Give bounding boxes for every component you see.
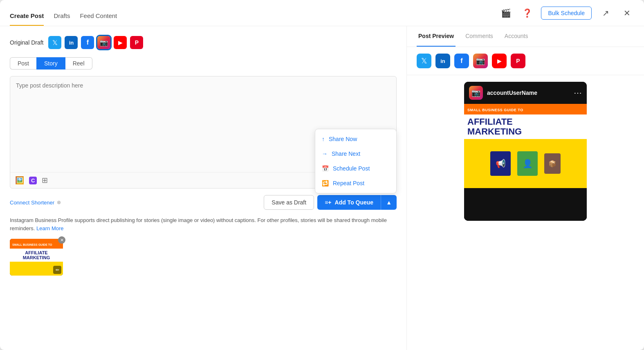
repeat-post-label: Repeat Post [333, 180, 364, 186]
preview-card-header: 📷 accountUserName ⋯ [464, 82, 587, 104]
left-panel: Original Draft 𝕏 in f 📷 ▶ P Post Story R… [0, 26, 407, 350]
add-to-queue-button[interactable]: ≡+ Add To Queue [317, 195, 381, 210]
tab-create-post[interactable]: Create Post [10, 12, 44, 26]
learn-more-link[interactable]: Learn More [36, 225, 63, 231]
social-icon-pinterest[interactable]: P [130, 36, 143, 49]
social-icon-linkedin[interactable]: in [65, 36, 78, 49]
external-link-icon-btn[interactable]: ↗ [598, 6, 613, 20]
preview-img-top-text: SMALL BUSINESS GUIDE TO [467, 108, 523, 112]
preview-image: SMALL BUSINESS GUIDE TO AFFILIATE MARKET… [464, 104, 587, 221]
repeat-post-icon: 🔁 [322, 180, 329, 186]
preview-username: accountUserName [487, 90, 537, 96]
right-social-icon-youtube[interactable]: ▶ [492, 54, 507, 68]
post-type-reel-btn[interactable]: Reel [65, 57, 92, 70]
preview-more-icon[interactable]: ⋯ [574, 88, 582, 98]
share-now-item[interactable]: ↑ Share Now [315, 132, 396, 146]
preview-img-bottom: 📢 👤 📦 [464, 139, 587, 188]
preview-black-bottom [464, 188, 587, 221]
tab-accounts[interactable]: Accounts [503, 26, 530, 47]
tab-post-preview[interactable]: Post Preview [417, 26, 456, 47]
schedule-post-icon: 📅 [322, 165, 329, 172]
right-social-icon-instagram[interactable]: 📷 [473, 54, 488, 68]
bulk-schedule-button[interactable]: Bulk Schedule [541, 7, 592, 20]
social-icon-twitter[interactable]: 𝕏 [48, 36, 61, 49]
video-icon-btn[interactable]: 🎬 [498, 6, 513, 20]
right-social-row: 𝕏 in f 📷 ▶ P [407, 47, 644, 75]
right-social-icon-facebook[interactable]: f [454, 54, 469, 68]
remove-image-btn[interactable]: ✕ [58, 236, 65, 244]
image-upload-icon[interactable]: 🖼️ [15, 176, 24, 185]
header-tabs: Create Post Drafts Feed Content [10, 0, 117, 26]
img-main-text: AFFILIATE MARKETING [10, 249, 63, 262]
right-social-icon-linkedin[interactable]: in [435, 54, 450, 68]
action-buttons: Save as Draft ≡+ Add To Queue ▲ ↑ Share … [264, 195, 397, 210]
right-social-icon-pinterest[interactable]: P [511, 54, 525, 68]
queue-dropdown-menu: ↑ Share Now → Share Next 📅 Schedule Post [315, 129, 397, 193]
connect-shortener[interactable]: Connect Shortener ⊗ [10, 200, 61, 206]
post-type-story-btn[interactable]: Story [36, 57, 65, 70]
draft-row: Original Draft 𝕏 in f 📷 ▶ P [10, 36, 397, 49]
info-text: Instagram Business Profile supports dire… [10, 216, 397, 232]
grid-icon[interactable]: ⊞ [42, 176, 48, 185]
preview-area: 📷 accountUserName ⋯ SMALL BUSINESS GUIDE… [407, 75, 644, 350]
bottom-action-row: Connect Shortener ⊗ Save as Draft ≡+ Add… [10, 195, 397, 210]
social-icon-facebook[interactable]: f [81, 36, 94, 49]
modal-header: Create Post Drafts Feed Content 🎬 ❓ Bulk… [0, 0, 644, 26]
post-type-post-btn[interactable]: Post [10, 57, 36, 70]
schedule-post-label: Schedule Post [333, 165, 370, 172]
social-icon-instagram[interactable]: 📷 [97, 36, 110, 49]
right-social-icon-twitter[interactable]: 𝕏 [417, 54, 431, 68]
header-actions: 🎬 ❓ Bulk Schedule ↗ ✕ [498, 6, 634, 20]
add-queue-label: Add To Queue [335, 199, 374, 206]
social-icon-youtube[interactable]: ▶ [114, 36, 127, 49]
save-draft-button[interactable]: Save as Draft [264, 195, 314, 210]
img-top-text: SMALL BUSINESS GUIDE TO [12, 243, 52, 246]
modal-body: Original Draft 𝕏 in f 📷 ▶ P Post Story R… [0, 26, 644, 350]
preview-img-title: AFFILIATE MARKETING [467, 117, 583, 137]
help-icon: ❓ [522, 8, 532, 18]
canva-icon[interactable]: C [29, 177, 37, 184]
social-icons-row: 𝕏 in f 📷 ▶ P [48, 36, 143, 49]
post-type-row: Post Story Reel [10, 57, 397, 70]
queue-icon: ≡+ [325, 199, 331, 206]
image-preview-wrapper: SMALL BUSINESS GUIDE TO AFFILIATE MARKET… [10, 239, 63, 276]
right-tabs: Post Preview Comments Accounts [407, 26, 644, 47]
share-now-icon: ↑ [322, 136, 325, 142]
tab-drafts[interactable]: Drafts [54, 12, 70, 26]
right-panel: Post Preview Comments Accounts 𝕏 in f 📷 … [407, 26, 644, 350]
external-link-icon: ↗ [602, 8, 609, 18]
help-icon-btn[interactable]: ❓ [520, 6, 534, 20]
schedule-post-item[interactable]: 📅 Schedule Post [315, 161, 396, 176]
queue-dropdown-toggle[interactable]: ▲ [381, 195, 397, 210]
share-now-label: Share Now [329, 136, 357, 142]
draft-label: Original Draft [10, 39, 43, 46]
chevron-up-icon: ▲ [386, 199, 392, 206]
preview-img-main: AFFILIATE MARKETING [464, 114, 587, 139]
video-icon: 🎬 [501, 8, 511, 18]
share-next-item[interactable]: → Share Next [315, 146, 396, 161]
preview-card: 📷 accountUserName ⋯ SMALL BUSINESS GUIDE… [464, 82, 587, 221]
repeat-post-item[interactable]: 🔁 Repeat Post [315, 176, 396, 191]
tab-comments[interactable]: Comments [464, 26, 495, 47]
preview-img-top: SMALL BUSINESS GUIDE TO [464, 104, 587, 114]
modal-container: Create Post Drafts Feed Content 🎬 ❓ Bulk… [0, 0, 644, 350]
preview-avatar: 📷 [469, 86, 483, 100]
edit-image-btn[interactable]: ✏ [53, 266, 61, 274]
tab-feed-content[interactable]: Feed Content [80, 12, 117, 26]
close-icon-btn[interactable]: ✕ [619, 6, 634, 20]
connect-shortener-label: Connect Shortener [10, 200, 54, 206]
share-next-label: Share Next [332, 150, 360, 157]
img-top-bar: SMALL BUSINESS GUIDE TO [10, 239, 63, 249]
close-icon: ✕ [624, 8, 631, 18]
shortener-close-icon[interactable]: ⊗ [57, 200, 61, 205]
share-next-icon: → [322, 150, 328, 157]
